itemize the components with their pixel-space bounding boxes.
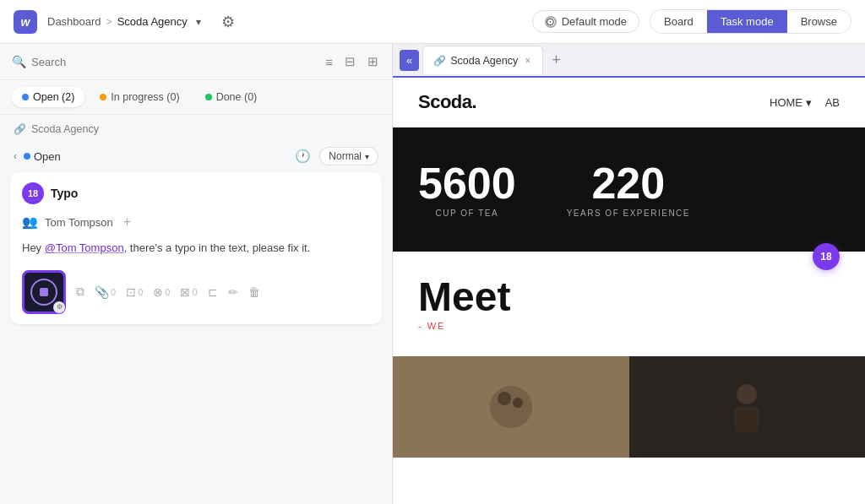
search-bar: 🔍 ≡ ⊟ ⊞ <box>0 44 392 80</box>
task-section: 🔗 Scoda Agency <box>0 115 392 140</box>
filter-icon[interactable]: ⊟ <box>343 52 357 71</box>
search-icon: 🔍 <box>12 55 26 68</box>
tag-btn[interactable]: ⊏ <box>206 284 220 301</box>
search-input[interactable] <box>31 56 317 68</box>
task-assignee-row: 👥 Tom Tompson + <box>22 211 370 236</box>
svg-point-2 <box>513 398 523 408</box>
food-illustration <box>486 382 536 432</box>
scoda-bottom-images <box>393 356 865 458</box>
nav-about[interactable]: AB <box>825 96 840 109</box>
status-badge: Open <box>24 150 61 163</box>
bottom-image-1 <box>393 356 629 458</box>
task-thumbnail[interactable]: ⚙ <box>22 270 66 314</box>
task-group-header: ‹ Open 🕐 Normal ▾ <box>0 140 392 172</box>
breadcrumb: Dashboard > Scoda Agency ▾ <box>47 14 204 30</box>
new-tab-btn[interactable]: + <box>547 48 566 73</box>
main-layout: 🔍 ≡ ⊟ ⊞ Open (2) In progress (0) Done (0… <box>0 44 865 504</box>
priority-button[interactable]: Normal ▾ <box>319 147 378 165</box>
tab-done[interactable]: Done (0) <box>195 87 268 107</box>
subtask-count: 0 <box>138 287 143 297</box>
browser-content: Scoda. HOME ▾ AB 5600 CUP OF TEA 220 YEA… <box>393 78 865 504</box>
tab-done-label: Done (0) <box>216 91 258 103</box>
tab-close-btn[interactable]: × <box>523 56 532 66</box>
thumbnail-center <box>40 288 48 296</box>
status-dot <box>24 153 30 160</box>
browser-tab-scoda[interactable]: 🔗 Scoda Agency × <box>422 46 543 74</box>
svg-point-1 <box>498 392 511 405</box>
section-label: 🔗 Scoda Agency <box>14 123 378 135</box>
default-mode-label: Default mode <box>562 15 627 28</box>
task-description: Hey @Tom Tompson, there's a typo in the … <box>22 236 370 265</box>
tab-inprogress-label: In progress (0) <box>111 91 179 103</box>
task-group-left: ‹ Open <box>14 150 61 163</box>
left-panel: 🔍 ≡ ⊟ ⊞ Open (2) In progress (0) Done (0… <box>0 44 393 504</box>
meet-sub: - WE <box>418 321 510 331</box>
task-mode-btn[interactable]: Task mode <box>707 10 787 33</box>
floating-avatar-id: 18 <box>820 251 831 263</box>
tab-in-progress[interactable]: In progress (0) <box>90 87 189 107</box>
assignee-name: Tom Tompson <box>45 216 113 229</box>
delete-btn[interactable]: 🗑 <box>247 284 262 301</box>
open-dot <box>22 94 29 100</box>
share-btn[interactable]: ⊗0 <box>151 284 171 301</box>
priority-label: Normal <box>329 150 362 162</box>
group-icon[interactable]: ⊞ <box>366 52 380 71</box>
stat-cups-number: 5600 <box>418 161 516 205</box>
gear-button[interactable]: ⚙ <box>215 9 242 35</box>
nav-home[interactable]: HOME ▾ <box>770 96 812 109</box>
browse-mode-btn[interactable]: Browse <box>787 10 851 33</box>
task-icon-actions: ⧉ 📎0 ⊡0 ⊗0 ⊠0 ⊏ ✏ 🗑 <box>74 283 370 301</box>
description-after: , there's a typo in the text, please fix… <box>124 241 311 254</box>
tabs-row: Open (2) In progress (0) Done (0) <box>0 80 392 115</box>
stat-years-label: YEARS OF EXPERIENCE <box>567 209 690 218</box>
svg-rect-4 <box>734 407 759 432</box>
edit-btn[interactable]: ✏ <box>226 284 240 301</box>
default-mode-button[interactable]: ⊙ Default mode <box>532 10 639 33</box>
stat-years-number: 220 <box>591 161 665 205</box>
search-actions: ≡ ⊟ ⊞ <box>324 52 380 71</box>
stat-cups-block: 5600 CUP OF TEA <box>418 161 516 218</box>
description-before: Hey <box>22 241 45 254</box>
stat-years-block: 220 YEARS OF EXPERIENCE <box>567 161 690 218</box>
group-collapse-btn[interactable]: ‹ <box>14 150 17 162</box>
subtask-btn[interactable]: ⊡0 <box>124 284 144 301</box>
thumbnail-ring <box>30 279 57 306</box>
scoda-nav: Scoda. HOME ▾ AB <box>393 78 865 127</box>
list-filter-icon[interactable]: ≡ <box>324 53 335 71</box>
task-card: 18 Typo 👥 Tom Tompson + Hey @Tom Tompson… <box>10 172 382 324</box>
tab-favicon-icon: 🔗 <box>433 55 445 67</box>
clock-icon: 🕐 <box>295 149 311 164</box>
breadcrumb-home[interactable]: Dashboard <box>47 15 101 28</box>
scoda-nav-links: HOME ▾ AB <box>770 96 840 109</box>
timer-btn[interactable]: ⊠0 <box>178 284 199 301</box>
scoda-meet-section: Meet - WE 18 <box>393 252 865 356</box>
mention[interactable]: @Tom Tompson <box>45 241 124 254</box>
people-icon: 👥 <box>22 214 38 230</box>
add-assignee-btn[interactable]: + <box>120 214 134 230</box>
attachment-btn[interactable]: 📎0 <box>93 284 117 301</box>
collapse-browser-btn[interactable]: « <box>400 50 419 71</box>
stat-cups-label: CUP OF TEA <box>436 209 499 218</box>
breadcrumb-separator: > <box>106 16 112 28</box>
scoda-logo: Scoda. <box>418 91 476 113</box>
task-avatar: 18 <box>22 182 44 204</box>
svg-point-3 <box>737 384 757 404</box>
copy-btn[interactable]: ⧉ <box>74 283 86 301</box>
tab-open-label: Open (2) <box>33 91 74 103</box>
task-card-header: 18 Typo <box>22 182 370 204</box>
breadcrumb-current: Scoda Agency <box>117 15 188 28</box>
breadcrumb-dropdown-btn[interactable]: ▾ <box>193 14 204 30</box>
share-count: 0 <box>165 287 170 297</box>
board-mode-btn[interactable]: Board <box>650 10 707 33</box>
tab-open[interactable]: Open (2) <box>12 87 84 107</box>
mode-switcher: Board Task mode Browse <box>650 9 851 34</box>
section-name: Scoda Agency <box>31 123 99 135</box>
floating-avatar: 18 <box>813 243 840 270</box>
svg-point-0 <box>490 386 532 428</box>
logo[interactable]: w <box>14 10 37 34</box>
priority-chevron-icon: ▾ <box>365 152 369 161</box>
task-id: 18 <box>28 188 38 198</box>
browser-tab-label: Scoda Agency <box>450 55 518 67</box>
person-silhouette <box>726 382 768 432</box>
inprogress-dot <box>100 94 106 100</box>
